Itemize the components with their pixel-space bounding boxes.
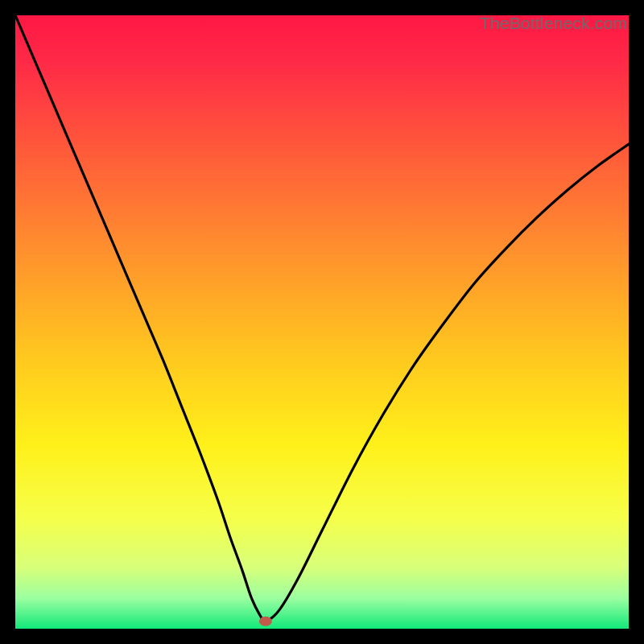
chart-frame: TheBottleneck.com — [15, 15, 629, 629]
min-marker — [259, 617, 272, 626]
bottleneck-chart — [15, 15, 629, 629]
watermark-text: TheBottleneck.com — [480, 14, 627, 33]
gradient-background — [15, 15, 629, 629]
